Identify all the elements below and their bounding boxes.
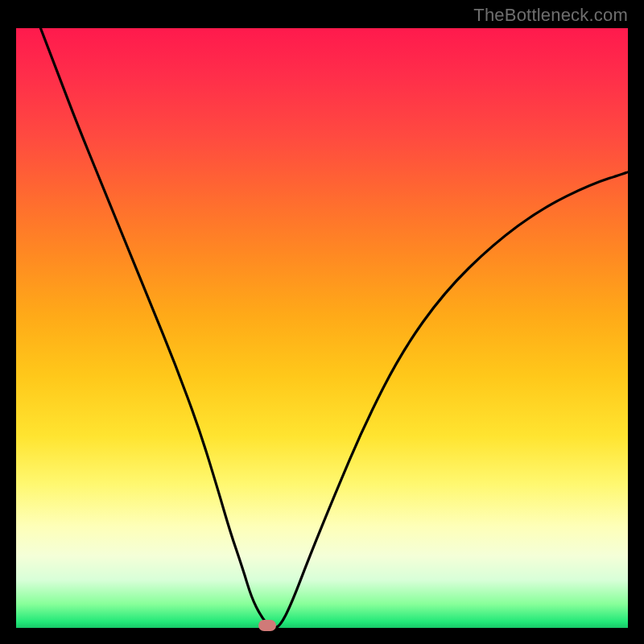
attribution-text: TheBottleneck.com xyxy=(473,5,628,26)
chart-plot-svg xyxy=(16,28,628,628)
bottleneck-curve-line xyxy=(40,28,628,628)
optimal-point-marker xyxy=(258,620,276,631)
chart-frame xyxy=(16,28,628,628)
